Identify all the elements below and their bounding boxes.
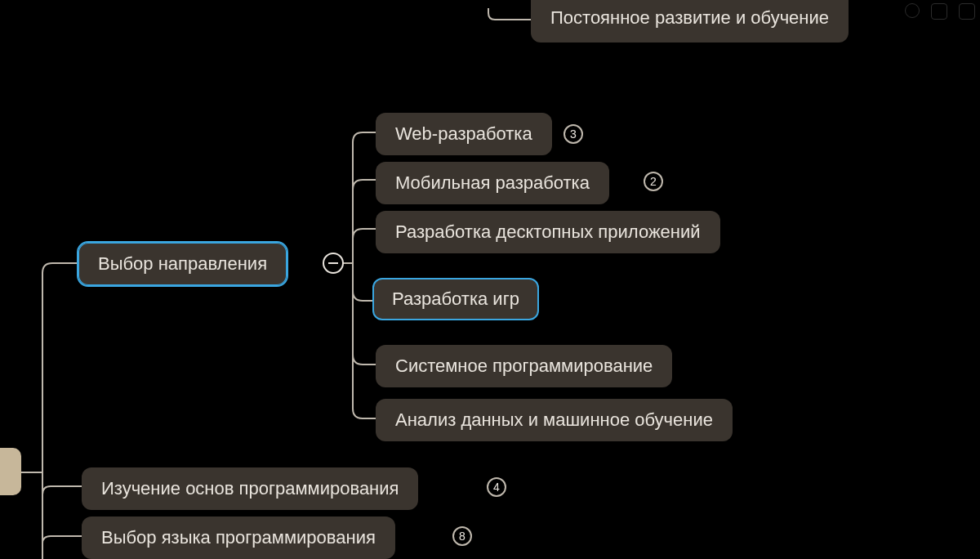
node-data-ml[interactable]: Анализ данных и машинное обучение [376, 399, 733, 441]
node-systems-programming[interactable]: Системное программирование [376, 345, 672, 387]
node-choose-language[interactable]: Выбор языка программирования [82, 517, 395, 559]
badge-value: 3 [570, 127, 577, 141]
node-game-dev[interactable]: Разработка игр [372, 278, 539, 320]
node-continuous-learning[interactable]: Постоянное развитие и обучение [531, 0, 849, 42]
node-mobile-dev[interactable]: Мобильная разработка [376, 162, 609, 204]
badge-value: 2 [650, 175, 657, 188]
badge-value: 4 [493, 481, 500, 494]
node-label: Постоянное развитие и обучение [550, 7, 829, 28]
node-label: Анализ данных и машинное обучение [395, 409, 713, 430]
node-web-dev[interactable]: Web-разработка [376, 113, 552, 155]
node-programming-basics[interactable]: Изучение основ программирования [82, 467, 418, 510]
node-label: Web-разработка [395, 123, 532, 144]
node-desktop-dev[interactable]: Разработка десктопных приложений [376, 211, 720, 253]
mindmap-canvas[interactable]: Постоянное развитие и обучение Выбор нап… [0, 0, 980, 559]
window-controls [905, 3, 975, 20]
minus-icon [328, 262, 338, 264]
child-count-badge[interactable]: 4 [487, 477, 506, 497]
theme-toggle-icon[interactable] [905, 3, 920, 18]
node-choose-direction[interactable]: Выбор направления [78, 243, 287, 285]
node-label: Мобильная разработка [395, 172, 590, 193]
node-label: Разработка десктопных приложений [395, 221, 701, 242]
child-count-badge[interactable]: 2 [644, 172, 663, 191]
node-label: Выбор языка программирования [101, 527, 376, 548]
node-label: Изучение основ программирования [101, 478, 399, 499]
collapse-toggle[interactable] [323, 253, 344, 274]
badge-value: 8 [459, 530, 466, 543]
node-label: Разработка игр [392, 288, 519, 309]
child-count-badge[interactable]: 3 [564, 124, 583, 144]
node-label: Выбор направления [98, 253, 267, 274]
window-icon[interactable] [931, 3, 947, 20]
root-node-edge[interactable] [0, 448, 21, 495]
node-label: Системное программирование [395, 356, 653, 376]
child-count-badge[interactable]: 8 [452, 526, 472, 546]
window-icon[interactable] [959, 3, 975, 20]
